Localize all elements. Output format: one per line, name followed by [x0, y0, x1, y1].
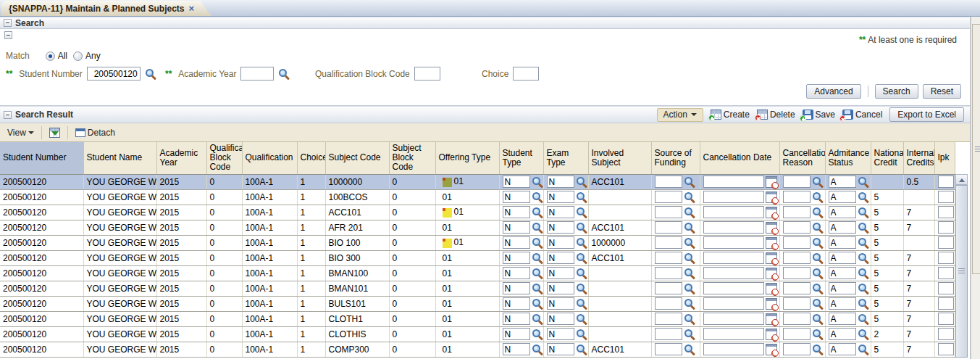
cell-cancellation_date[interactable]: [700, 296, 779, 311]
table-row[interactable]: 200500120YOU GEORGE WA...20150100A-11AFR…: [0, 220, 955, 235]
cell-choice[interactable]: 1: [297, 250, 325, 265]
cancellation_date-input[interactable]: [703, 267, 764, 279]
cell-qual_block_code[interactable]: 0: [206, 220, 242, 235]
student_type-input[interactable]: [503, 236, 530, 249]
admitance_status-input[interactable]: [829, 297, 856, 310]
table-row[interactable]: 200500120YOU GEORGE WA...20150100A-11CLO…: [0, 311, 955, 326]
cell-subject_code[interactable]: CLOTH1: [325, 311, 389, 326]
cell-cancellation_reason[interactable]: [779, 342, 825, 357]
admitance_status-lov-icon[interactable]: [858, 207, 869, 218]
cell-national_credit[interactable]: 5: [871, 265, 903, 281]
cell-qualification[interactable]: 100A-1: [242, 311, 297, 326]
cell-qual_block_code[interactable]: 0: [206, 326, 242, 342]
cell-involved_subject[interactable]: [588, 311, 651, 326]
admitance_status-input[interactable]: [829, 313, 856, 325]
column-header-academic_year[interactable]: Academic Year: [156, 142, 206, 174]
cell-qualification[interactable]: 100A-1: [242, 220, 297, 235]
datepicker-icon[interactable]: [766, 344, 777, 355]
cell-student_type[interactable]: [499, 220, 543, 235]
cell-offering_type[interactable]: 01: [435, 342, 499, 357]
cell-student_number[interactable]: 200500120: [0, 235, 83, 250]
cancellation_reason-input[interactable]: [783, 282, 811, 294]
student_type-lov-icon[interactable]: [532, 283, 543, 294]
cell-student_name[interactable]: YOU GEORGE WA...: [83, 326, 156, 342]
cell-offering_type[interactable]: 01: [435, 250, 499, 265]
cell-ipk[interactable]: [934, 311, 955, 326]
admitance_status-input[interactable]: [829, 282, 856, 294]
cancellation_reason-input[interactable]: [783, 176, 811, 188]
cell-qual_block_code[interactable]: 0: [206, 296, 242, 311]
column-header-qual_block_code[interactable]: Qualifica Block Code: [206, 142, 242, 174]
admitance_status-lov-icon[interactable]: [858, 222, 869, 234]
cell-subject_code[interactable]: 100BCOS: [325, 189, 389, 205]
source_of_funding-lov-icon[interactable]: [684, 176, 695, 188]
admitance_status-input[interactable]: [829, 328, 856, 340]
cancellation_reason-lov-icon[interactable]: [812, 176, 824, 188]
cell-exam_type[interactable]: [543, 326, 588, 342]
cancellation_reason-lov-icon[interactable]: [812, 313, 824, 325]
cell-subject_block_code[interactable]: 0: [389, 342, 435, 357]
admitance_status-input[interactable]: [829, 221, 856, 234]
cell-cancellation_reason[interactable]: [779, 265, 825, 281]
exam_type-input[interactable]: [547, 313, 574, 325]
cell-ipk[interactable]: [934, 205, 955, 220]
cell-offering_type[interactable]: 01: [435, 296, 499, 311]
student_type-input[interactable]: [503, 221, 530, 234]
exam_type-lov-icon[interactable]: [576, 344, 587, 355]
cell-subject_code[interactable]: ACC101: [325, 205, 389, 220]
cell-admitance_status[interactable]: [825, 250, 871, 265]
exam_type-lov-icon[interactable]: [576, 237, 587, 249]
cell-academic_year[interactable]: 2015: [156, 265, 206, 281]
cell-ipk[interactable]: [934, 342, 955, 357]
cell-choice[interactable]: 1: [297, 235, 325, 250]
cancellation_reason-lov-icon[interactable]: [812, 252, 824, 264]
column-header-internal_credits[interactable]: Internal Credits: [903, 142, 934, 174]
source_of_funding-lov-icon[interactable]: [684, 207, 695, 218]
cell-student_number[interactable]: 200500120: [0, 174, 83, 189]
match-all-radio[interactable]: [46, 51, 55, 61]
exam_type-input[interactable]: [547, 328, 574, 340]
exam_type-input[interactable]: [547, 267, 574, 279]
page-scrollbar-thumb[interactable]: [972, 24, 980, 274]
cell-internal_credits[interactable]: [903, 235, 934, 250]
column-header-student_type[interactable]: Student Type: [499, 142, 543, 174]
cancellation_reason-input[interactable]: [783, 236, 811, 249]
cell-qual_block_code[interactable]: 0: [206, 311, 242, 326]
student-number-input[interactable]: [87, 67, 141, 81]
cell-national_credit[interactable]: 5: [871, 296, 903, 311]
cell-ipk[interactable]: [934, 326, 955, 342]
cancellation_date-input[interactable]: [703, 328, 764, 340]
cell-qualification[interactable]: 100A-1: [242, 235, 297, 250]
cell-choice[interactable]: 1: [297, 174, 325, 189]
cell-cancellation_reason[interactable]: [779, 189, 825, 205]
datepicker-icon[interactable]: [766, 176, 777, 188]
cell-exam_type[interactable]: [543, 205, 588, 220]
ipk-input[interactable]: [938, 252, 954, 264]
source_of_funding-input[interactable]: [655, 282, 682, 294]
student_type-lov-icon[interactable]: [532, 191, 543, 203]
cell-subject_block_code[interactable]: 0: [389, 174, 435, 189]
admitance_status-lov-icon[interactable]: [858, 313, 869, 325]
source_of_funding-input[interactable]: [655, 267, 682, 279]
exam_type-lov-icon[interactable]: [576, 313, 587, 325]
column-header-student_number[interactable]: Student Number: [0, 142, 83, 174]
column-header-offering_type[interactable]: Offering Type: [435, 142, 499, 174]
ipk-input[interactable]: [938, 176, 954, 188]
cell-choice[interactable]: 1: [297, 296, 325, 311]
cancellation_reason-input[interactable]: [783, 343, 811, 355]
cell-student_type[interactable]: [499, 250, 543, 265]
cancellation_reason-input[interactable]: [783, 252, 811, 264]
cell-national_credit[interactable]: 5: [871, 189, 903, 205]
reset-button[interactable]: Reset: [923, 84, 961, 99]
admitance_status-input[interactable]: [829, 236, 856, 249]
cell-student_number[interactable]: 200500120: [0, 326, 83, 342]
table-row[interactable]: 200500120YOU GEORGE WA...20150100A-11CLO…: [0, 326, 955, 342]
admitance_status-lov-icon[interactable]: [858, 237, 869, 249]
source_of_funding-input[interactable]: [655, 297, 682, 310]
cell-admitance_status[interactable]: [825, 189, 871, 205]
student_type-lov-icon[interactable]: [532, 344, 543, 355]
cell-subject_block_code[interactable]: 0: [389, 235, 435, 250]
cell-source_of_funding[interactable]: [651, 250, 700, 265]
exam_type-lov-icon[interactable]: [576, 176, 587, 188]
cell-student_name[interactable]: YOU GEORGE WA...: [83, 235, 156, 250]
